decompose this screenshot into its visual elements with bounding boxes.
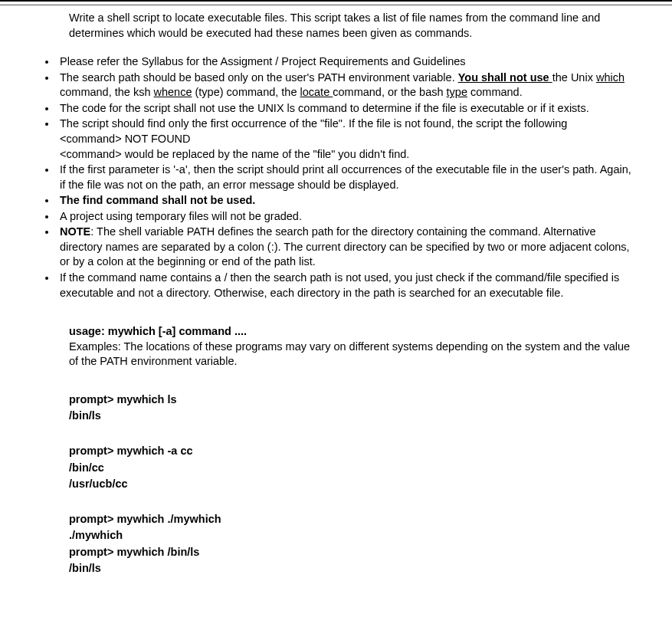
example-output: /bin/ls <box>69 561 634 576</box>
bullet-no-ls: The code for the script shall not use th… <box>57 101 634 117</box>
example-output: /bin/ls <box>69 409 634 424</box>
bullet-path-restrictions: The search path should be based only on … <box>57 71 634 100</box>
text-segment: The search path should be based only on … <box>60 71 458 84</box>
example-output: ./mywhich <box>69 528 634 543</box>
note-text: : The shell variable PATH defines the se… <box>60 225 630 268</box>
usage-section: usage: mywhich [-a] command .... Example… <box>69 324 634 369</box>
bullet-note: NOTE: The shell variable PATH defines th… <box>57 225 634 270</box>
cmd-whence: whence <box>154 86 192 98</box>
example-prompt: prompt> mywhich ./mywhich <box>69 512 634 527</box>
example-prompt: prompt> mywhich /bin/ls <box>69 545 634 560</box>
example-output: /usr/ucb/cc <box>69 477 634 492</box>
usage-description: Examples: The locations of these program… <box>69 340 634 369</box>
example-2: prompt> mywhich -a cc /bin/cc /usr/ucb/c… <box>69 444 634 492</box>
text-line: <command> would be replaced by the name … <box>60 148 409 160</box>
bullet-all-flag: If the first parameter is '-a', then the… <box>57 162 634 192</box>
intro-paragraph: Write a shell script to locate executabl… <box>69 11 634 41</box>
text-line: <command> NOT FOUND <box>60 133 191 145</box>
example-prompt: prompt> mywhich -a cc <box>69 444 634 459</box>
text-forbidden: You shall not use <box>458 71 552 84</box>
text-segment: command, or the bash <box>333 86 446 98</box>
bullet-no-temp-files: A project using temporary files will not… <box>57 209 634 225</box>
text-segment: (type) command, the <box>192 86 300 98</box>
text-segment: the Unix <box>552 71 596 84</box>
example-1: prompt> mywhich ls /bin/ls <box>69 392 634 424</box>
bullet-slash-handling: If the command name contains a / then th… <box>57 271 634 300</box>
bullet-no-find: The find command shall not be used. <box>57 193 634 208</box>
usage-heading: usage: mywhich [-a] command .... <box>69 324 634 340</box>
example-prompt: prompt> mywhich ls <box>69 392 634 408</box>
example-3: prompt> mywhich ./mywhich ./mywhich prom… <box>69 512 634 576</box>
bullet-first-occurrence: The script should find only the first oc… <box>57 117 634 162</box>
note-label: NOTE <box>60 225 90 238</box>
text-segment: command. <box>467 86 523 98</box>
document-page: Write a shell script to locate executabl… <box>0 0 672 627</box>
requirements-list: Please refer the Syllabus for the Assigm… <box>23 54 634 300</box>
text-line: The script should find only the first oc… <box>60 117 567 130</box>
text-segment: command, the ksh <box>60 86 154 98</box>
cmd-which: which <box>596 71 624 84</box>
example-output: /bin/cc <box>69 461 634 476</box>
cmd-type: type <box>447 86 467 98</box>
cmd-locate: locate <box>300 86 333 98</box>
bullet-syllabus: Please refer the Syllabus for the Assigm… <box>57 54 634 70</box>
